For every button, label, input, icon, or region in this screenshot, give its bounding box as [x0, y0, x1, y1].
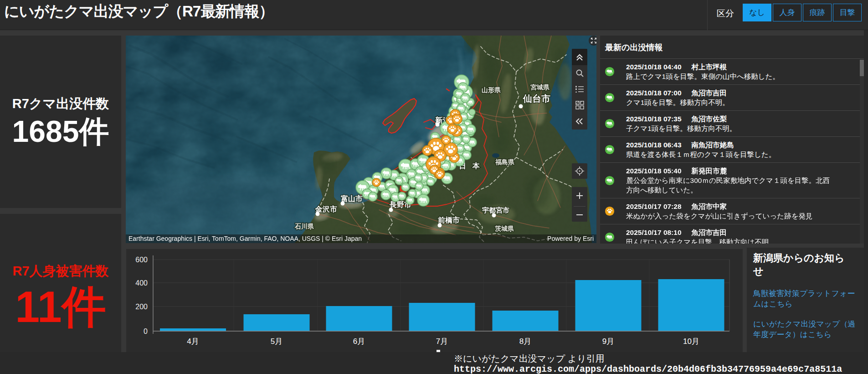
- svg-text:宇都宮市: 宇都宮市: [482, 206, 509, 214]
- svg-text:0: 0: [144, 327, 148, 335]
- svg-text:600: 600: [135, 256, 148, 264]
- svg-text:前橋市: 前橋市: [437, 216, 460, 224]
- svg-text:8月: 8月: [519, 337, 531, 346]
- svg-text:金沢市: 金沢市: [315, 205, 337, 213]
- svg-text:200: 200: [135, 303, 148, 311]
- svg-text:富山市: 富山市: [341, 194, 363, 203]
- svg-text:9月: 9月: [602, 337, 614, 346]
- svg-text:4月: 4月: [187, 337, 199, 346]
- svg-text:5月: 5月: [271, 337, 282, 346]
- svg-text:400: 400: [135, 279, 148, 287]
- svg-text:仙台市: 仙台市: [523, 94, 550, 104]
- svg-text:福島県: 福島県: [495, 158, 514, 166]
- svg-text:茨城県: 茨城県: [495, 225, 514, 232]
- svg-text:10月: 10月: [683, 337, 699, 346]
- svg-text:石川県: 石川県: [294, 223, 314, 230]
- svg-text:7月: 7月: [436, 337, 448, 346]
- svg-text:宮城県: 宮城県: [530, 83, 550, 91]
- svg-text:山形県: 山形県: [482, 86, 501, 94]
- svg-text:6月: 6月: [353, 337, 365, 346]
